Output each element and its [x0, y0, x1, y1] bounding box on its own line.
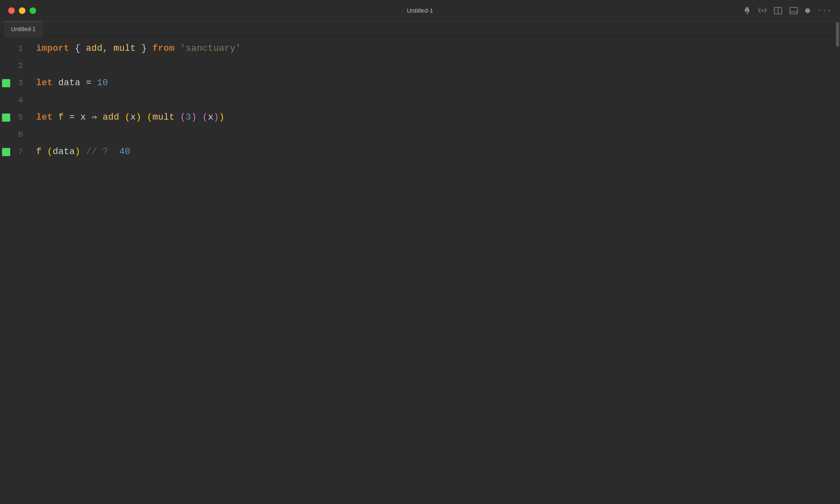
line-number-2: 2 [12, 57, 33, 75]
scrollbar[interactable] [835, 21, 840, 504]
code-line-3: 3 let data = 10 [0, 75, 840, 92]
editor[interactable]: 1 import { add, mult } from 'sanctuary' … [0, 37, 840, 504]
minimize-button[interactable] [19, 7, 25, 14]
code-content-1: import { add, mult } from 'sanctuary' [33, 40, 840, 57]
line-number-6: 6 [12, 126, 33, 143]
line-number-3: 3 [12, 75, 33, 92]
close-button[interactable] [8, 7, 15, 14]
gutter-3 [0, 79, 12, 87]
svg-rect-1 [762, 10, 763, 11]
code-line-6: 6 [0, 126, 840, 143]
panel-icon[interactable] [790, 7, 798, 14]
tab-label: Untitled-1 [11, 26, 36, 32]
breakpoint-7[interactable] [2, 148, 10, 156]
maximize-button[interactable] [30, 7, 36, 14]
code-content-7: f (data) // ? 40 [33, 143, 840, 161]
gutter-5 [0, 114, 12, 122]
code-content-3: let data = 10 [33, 75, 840, 92]
scrollbar-thumb[interactable] [836, 22, 839, 47]
code-content-5: let f = x ⇒ add (x) (mult (3) (x)) [33, 109, 840, 126]
window-title: Untitled-1 [407, 7, 433, 14]
window-controls [8, 7, 36, 14]
status-dot [805, 8, 810, 13]
title-bar: Untitled-1 ··· [0, 0, 840, 21]
code-line-5: 5 let f = x ⇒ add (x) (mult (3) (x)) [0, 109, 840, 126]
svg-rect-4 [790, 7, 797, 14]
line-number-7: 7 [12, 143, 33, 161]
breakpoint-5[interactable] [2, 114, 10, 122]
line-number-5: 5 [12, 109, 33, 126]
more-options-icon[interactable]: ··· [817, 7, 832, 15]
line-number-1: 1 [12, 40, 33, 57]
tab-untitled-1[interactable]: Untitled-1 [4, 21, 43, 37]
code-line-7: 7 f (data) // ? 40 [0, 143, 840, 161]
code-line-1: 1 import { add, mult } from 'sanctuary' [0, 40, 840, 57]
split-view-icon[interactable] [774, 7, 782, 14]
code-line-4: 4 [0, 92, 840, 109]
code-line-2: 2 [0, 57, 840, 75]
breakpoint-3[interactable] [2, 79, 10, 87]
broadcast-icon[interactable] [758, 7, 767, 14]
svg-point-0 [746, 12, 748, 14]
title-bar-actions: ··· [744, 7, 832, 15]
tab-bar: Untitled-1 [0, 21, 840, 37]
line-number-4: 4 [12, 92, 33, 109]
gutter-7 [0, 148, 12, 156]
flame-icon[interactable] [744, 7, 751, 15]
